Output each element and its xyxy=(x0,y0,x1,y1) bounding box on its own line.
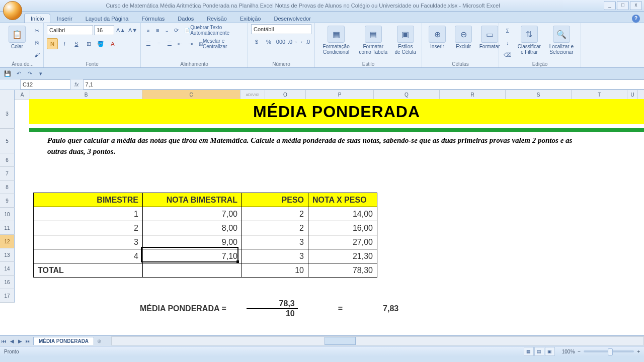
format-cells-button[interactable]: ▭Formatar xyxy=(477,24,502,51)
clear-icon[interactable]: ⌫ xyxy=(502,49,513,60)
maximize-button[interactable]: □ xyxy=(617,1,629,10)
col-header[interactable]: T xyxy=(572,90,627,99)
tab-desenvolvedor[interactable]: Desenvolvedor xyxy=(267,14,317,23)
bold-button[interactable]: N xyxy=(47,38,58,49)
table-row[interactable]: 28,00216,00 xyxy=(34,221,377,235)
orientation-icon[interactable]: ⟳ xyxy=(172,25,181,36)
col-header[interactable]: Q xyxy=(374,90,440,99)
percent-icon[interactable]: % xyxy=(263,36,274,47)
tab-revisao[interactable]: Revisão xyxy=(200,14,233,23)
row-header[interactable]: 14 xyxy=(0,262,15,276)
paste-button[interactable]: 📋 Colar xyxy=(5,24,29,51)
fill-icon[interactable]: ↓ xyxy=(502,37,513,48)
tab-inicio[interactable]: Início xyxy=(24,14,50,23)
tab-nav-first-icon[interactable]: ⏮ xyxy=(0,338,8,344)
indent-dec-icon[interactable]: ⇤ xyxy=(175,38,185,49)
fill-color-button[interactable]: 🪣 xyxy=(95,38,106,49)
autosum-icon[interactable]: Σ xyxy=(502,25,513,36)
horizontal-scrollbar[interactable] xyxy=(111,336,644,345)
col-header[interactable]: R xyxy=(440,90,506,99)
cut-icon[interactable]: ✂ xyxy=(31,25,42,36)
insert-cells-button[interactable]: ⊕Inserir xyxy=(425,24,449,51)
find-select-button[interactable]: 🔍Localizar e Selecionar xyxy=(545,24,578,56)
minimize-button[interactable]: _ xyxy=(604,1,616,10)
conditional-format-button[interactable]: ▦Formatação Condicional xyxy=(318,24,354,56)
table-row[interactable]: 47,10321,30 xyxy=(34,249,377,263)
copy-icon[interactable]: ⎘ xyxy=(31,37,42,48)
tab-inserir[interactable]: Inserir xyxy=(50,14,79,23)
select-all-corner[interactable] xyxy=(0,90,15,100)
new-sheet-icon[interactable]: ⊕ xyxy=(97,338,101,344)
table-row[interactable]: 17,00214,00 xyxy=(34,207,377,221)
delete-cells-button[interactable]: ⊖Excluir xyxy=(451,24,475,51)
col-header[interactable]: S xyxy=(506,90,572,99)
inc-decimal-icon[interactable]: .0→ xyxy=(287,36,298,47)
view-break-icon[interactable]: ▣ xyxy=(545,347,555,356)
align-left-icon[interactable]: ☰ xyxy=(144,38,153,49)
merge-center-button[interactable]: ⊞ Mesclar e Centralizar xyxy=(196,38,245,49)
save-icon[interactable]: 💾 xyxy=(3,69,12,78)
col-header[interactable]: A xyxy=(15,90,30,99)
row-header[interactable]: 16 xyxy=(0,276,15,289)
font-size-combo[interactable]: 16 xyxy=(94,25,114,35)
align-middle-icon[interactable]: ≡ xyxy=(153,25,162,36)
underline-button[interactable]: S xyxy=(71,38,82,49)
sort-filter-button[interactable]: ⇅Classificar e Filtrar xyxy=(515,24,543,56)
col-header-error[interactable]: #DIV/0! xyxy=(240,90,265,99)
align-bottom-icon[interactable]: ⌄ xyxy=(163,25,172,36)
zoom-slider[interactable] xyxy=(584,350,634,352)
tab-nav-last-icon[interactable]: ⏭ xyxy=(24,338,32,344)
grow-font-icon[interactable]: A▲ xyxy=(115,25,126,36)
tab-formulas[interactable]: Fórmulas xyxy=(135,14,172,23)
view-normal-icon[interactable]: ▦ xyxy=(524,347,534,356)
table-total-row[interactable]: TOTAL1078,30 xyxy=(34,263,377,278)
borders-button[interactable]: ⊞ xyxy=(83,38,94,49)
align-top-icon[interactable]: ⌅ xyxy=(144,25,152,36)
font-name-combo[interactable]: Calibri xyxy=(47,25,93,35)
row-header[interactable]: 10 xyxy=(0,208,15,221)
row-header[interactable]: 3 xyxy=(0,99,15,129)
spreadsheet-grid[interactable]: A B C #DIV/0! O P Q R S T U 3 5 6 7 8 9 … xyxy=(0,90,644,335)
row-header[interactable]: 13 xyxy=(0,248,15,262)
row-header[interactable]: 5 xyxy=(0,129,15,153)
indent-inc-icon[interactable]: ⇥ xyxy=(186,38,195,49)
tab-dados[interactable]: Dados xyxy=(171,14,200,23)
tab-nav-prev-icon[interactable]: ◀ xyxy=(8,338,16,344)
row-header[interactable]: 7 xyxy=(0,167,15,180)
redo-icon[interactable]: ↷ xyxy=(25,69,34,78)
col-header[interactable]: P xyxy=(306,90,374,99)
row-header[interactable]: 12 xyxy=(0,235,15,248)
scroll-thumb[interactable] xyxy=(325,337,356,345)
help-icon[interactable]: ? xyxy=(632,15,640,23)
dec-decimal-icon[interactable]: ←.0 xyxy=(299,36,310,47)
table-row[interactable]: 39,00327,00 xyxy=(34,235,377,249)
col-header[interactable]: U xyxy=(627,90,638,99)
format-table-button[interactable]: ▤Formatar como Tabela xyxy=(356,24,390,56)
currency-icon[interactable]: $ xyxy=(251,36,262,47)
view-layout-icon[interactable]: ▤ xyxy=(534,347,544,356)
align-center-icon[interactable]: ≡ xyxy=(154,38,164,49)
col-header[interactable]: O xyxy=(265,90,306,99)
name-box[interactable]: C12 xyxy=(20,79,70,89)
close-button[interactable]: x xyxy=(630,1,642,10)
row-header[interactable]: 6 xyxy=(0,153,15,167)
col-header[interactable]: C xyxy=(142,90,240,99)
zoom-out-icon[interactable]: − xyxy=(578,349,581,354)
zoom-in-icon[interactable]: + xyxy=(637,349,640,354)
italic-button[interactable]: I xyxy=(59,38,70,49)
row-header[interactable]: 17 xyxy=(0,289,15,303)
row-header[interactable]: 11 xyxy=(0,221,15,235)
office-button[interactable] xyxy=(3,1,22,20)
col-header[interactable]: B xyxy=(30,90,142,99)
tab-exibicao[interactable]: Exibição xyxy=(233,14,268,23)
fx-icon[interactable]: fx xyxy=(70,81,83,87)
qat-more-icon[interactable]: ▾ xyxy=(36,69,45,78)
comma-icon[interactable]: 000 xyxy=(275,36,286,47)
tab-layout[interactable]: Layout da Página xyxy=(79,14,135,23)
number-format-combo[interactable]: Contábil xyxy=(251,24,311,34)
font-color-button[interactable]: A xyxy=(107,38,118,49)
shrink-font-icon[interactable]: A▼ xyxy=(127,25,138,36)
sheet-tab[interactable]: MÉDIA PONDERADA xyxy=(33,337,94,345)
row-header[interactable]: 9 xyxy=(0,194,15,208)
undo-icon[interactable]: ↶ xyxy=(14,69,23,78)
